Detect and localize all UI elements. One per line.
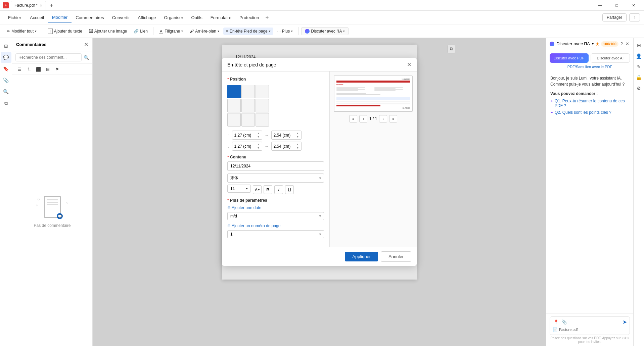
- page-num-select[interactable]: 1 ▾: [227, 230, 324, 238]
- chevron-down-icon9: ▾: [258, 188, 260, 191]
- en-tete-btn[interactable]: ≡ En-tête Pied de page ▾: [223, 28, 273, 35]
- menu-commentaires[interactable]: Commentaires: [72, 13, 108, 22]
- close-ai-btn[interactable]: ✕: [625, 41, 630, 47]
- ajouter-image-btn[interactable]: 🖼 Ajouter une image: [86, 28, 130, 35]
- chevron-down-icon2: ▾: [181, 30, 183, 33]
- minimize-btn[interactable]: —: [592, 1, 608, 10]
- bottom-margin-input[interactable]: 1,27 (cm) ▲▼: [232, 142, 262, 151]
- date-format-select[interactable]: m/d ▾: [227, 212, 324, 220]
- flag-icon[interactable]: ⚑: [53, 65, 61, 73]
- ai-attach-btns: 📍 📎: [553, 319, 567, 325]
- tab-chat-ai[interactable]: Discuter avec AI: [591, 53, 630, 63]
- add-date-link[interactable]: ⊕ Ajouter une date: [227, 205, 324, 210]
- menu-file[interactable]: Fichier: [4, 13, 25, 22]
- underline-btn[interactable]: U: [285, 185, 294, 194]
- menu-convertir[interactable]: Convertir: [108, 13, 134, 22]
- menu-formulaire[interactable]: Formulaire: [206, 13, 235, 22]
- main-layout: ⊞ 💬 🔖 📎 🔍 ⧉ Commentaires ✕ 🔍 ☰ ⒈ ⬛ ⊞ ⚑ ◇…: [0, 38, 644, 346]
- plus-btn[interactable]: ··· Plus ▾: [275, 28, 295, 35]
- sidebar-btn-bookmark[interactable]: 🔖: [1, 63, 11, 74]
- comment-badge: 💬: [57, 213, 63, 219]
- plus-icon2: ⊕: [227, 224, 231, 228]
- pos-bot-center[interactable]: [241, 113, 255, 127]
- chevron-down-icon4: ▾: [269, 30, 271, 33]
- sidebar-btn-layers[interactable]: ⧉: [1, 98, 11, 108]
- pos-mid-left[interactable]: [227, 99, 241, 112]
- assistant-ia-btn[interactable]: Discuter avec l'IA ▾: [301, 27, 349, 35]
- font-size-select[interactable]: 11 ▾: [227, 185, 251, 193]
- menu-outils[interactable]: Outils: [187, 13, 206, 22]
- search-bar: 🔍: [12, 51, 92, 64]
- ai-panel-title-btn[interactable]: Discuter avec l'IA ▾: [550, 41, 594, 46]
- send-btn[interactable]: ➤: [623, 319, 627, 325]
- right-btn-2[interactable]: 👤: [634, 51, 644, 61]
- pos-top-right[interactable]: [256, 85, 269, 98]
- bold-btn[interactable]: B: [264, 185, 272, 194]
- tab-chat-pdf[interactable]: Discuter avec PDF: [550, 53, 589, 63]
- pos-bot-left[interactable]: [227, 113, 241, 127]
- filigrane-btn[interactable]: A Filigrane ▾: [156, 28, 186, 35]
- lien-btn[interactable]: 🔗 Lien: [131, 28, 150, 35]
- add-page-num-link[interactable]: ⊕ Ajouter un numéro de page: [227, 224, 324, 228]
- ajouter-texte-btn[interactable]: T Ajouter du texte: [45, 27, 85, 35]
- pos-bot-right[interactable]: [256, 113, 269, 127]
- menu-organiser[interactable]: Organiser: [160, 13, 187, 22]
- help-btn[interactable]: ?: [620, 41, 624, 47]
- right-margin-input[interactable]: 2,54 (cm) ▲▼: [271, 131, 302, 140]
- right-btn-5[interactable]: ⚙: [634, 84, 644, 93]
- pos-mid-center[interactable]: [241, 99, 255, 112]
- apply-btn[interactable]: Appliquer: [345, 252, 378, 261]
- next-page-btn[interactable]: ›: [379, 115, 387, 122]
- first-page-btn[interactable]: «: [349, 115, 357, 122]
- menu-protection[interactable]: Protection: [235, 13, 263, 22]
- right-btn-1[interactable]: ⊞: [634, 41, 644, 50]
- pin-btn[interactable]: 📍: [553, 319, 559, 325]
- upload-btn[interactable]: ↑: [629, 13, 640, 21]
- sidebar-btn-home[interactable]: ⊞: [1, 41, 11, 51]
- active-tab[interactable]: Facture.pdf * ✕: [11, 1, 46, 10]
- ai-sub-link[interactable]: PDF/Sans lien avec le PDF: [546, 63, 633, 71]
- font-family-select[interactable]: 末体 ▾: [227, 174, 324, 183]
- number-icon[interactable]: ⒈: [25, 65, 33, 73]
- menu-affichage[interactable]: Affichage: [134, 13, 160, 22]
- new-tab-btn[interactable]: +: [48, 2, 55, 8]
- filter-icon[interactable]: ⬛: [34, 65, 42, 73]
- font-color-btn[interactable]: A ▾: [253, 185, 262, 194]
- paperclip-btn[interactable]: 📎: [561, 319, 567, 325]
- arriere-plan-btn[interactable]: 🖌 Arrière-plan ▾: [187, 28, 222, 35]
- search-icon: 🔍: [84, 55, 89, 60]
- last-page-btn[interactable]: »: [389, 115, 397, 122]
- ai-panel-dot-icon: [550, 42, 554, 46]
- right-btn-3[interactable]: ✎: [634, 62, 644, 71]
- group-icon[interactable]: ⊞: [44, 65, 52, 73]
- top-margin-input[interactable]: 1,27 (cm) ▲▼: [232, 131, 262, 140]
- close-btn[interactable]: ✕: [626, 1, 641, 10]
- cancel-btn[interactable]: Annuler: [381, 251, 411, 262]
- prev-page-btn[interactable]: ‹: [359, 115, 367, 122]
- ai-q2[interactable]: ✦ Q2. Quels sont les points clés ?: [550, 110, 629, 115]
- italic-btn[interactable]: I: [274, 185, 283, 194]
- pos-top-center[interactable]: [241, 85, 255, 98]
- ai-q1[interactable]: ✦ Q1. Peux-tu résumer le contenu de ces …: [550, 99, 629, 108]
- restore-btn[interactable]: □: [609, 1, 625, 10]
- close-tab-btn[interactable]: ✕: [40, 4, 42, 7]
- menu-modifier[interactable]: Modifier: [48, 13, 72, 22]
- right-btn-4[interactable]: 🔒: [634, 73, 644, 82]
- pos-mid-right[interactable]: [256, 99, 269, 112]
- down-arrow-icon: ↓: [227, 144, 229, 148]
- menu-accueil[interactable]: Accueil: [26, 13, 48, 22]
- modifier-tout-btn[interactable]: ✏ Modifier tout ▾: [4, 28, 39, 35]
- sidebar-btn-search[interactable]: 🔍: [1, 86, 11, 97]
- sidebar-btn-comments[interactable]: 💬: [1, 52, 11, 63]
- content-input[interactable]: [227, 161, 324, 171]
- comment-empty: ◇ ◇ ◇ 💬 Pas de commentaire: [12, 75, 92, 346]
- sort-icon[interactable]: ☰: [15, 65, 24, 73]
- left-margin-input[interactable]: 2,54 (cm) ▲▼: [271, 142, 302, 151]
- close-comments-btn[interactable]: ✕: [84, 41, 88, 48]
- watermark-icon: A: [159, 29, 163, 34]
- share-button[interactable]: Partager: [602, 13, 627, 21]
- pos-top-left[interactable]: [227, 85, 241, 98]
- sidebar-btn-attachments[interactable]: 📎: [1, 75, 11, 86]
- dialog-close-btn[interactable]: ✕: [407, 61, 411, 68]
- comment-search-input[interactable]: [15, 53, 82, 61]
